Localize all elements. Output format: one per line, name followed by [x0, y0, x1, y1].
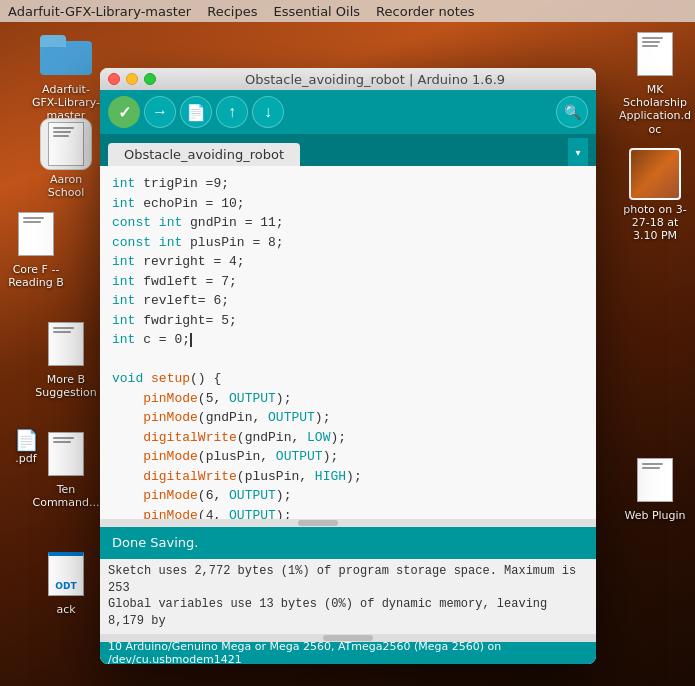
icon-label-photo: photo on 3-27-18 at 3.10 PM	[619, 203, 691, 243]
code-line-1: int trigPin =9;	[112, 174, 584, 194]
icon-label-year-eval: ack	[56, 603, 75, 616]
icon-label-aaron-school: Aaron School	[30, 173, 102, 199]
maximize-button[interactable]	[144, 73, 156, 85]
icon-label-adarfuit: Adarfuit-GFX-Library-master	[30, 83, 102, 123]
code-line-16: digitalWrite(plusPin, HIGH);	[112, 467, 584, 487]
desktop-icon-web-plugin[interactable]: Web Plugin	[619, 454, 691, 522]
code-line-11: void setup() {	[112, 369, 584, 389]
verify-button[interactable]: ✓	[108, 96, 140, 128]
menubar-item-recorder-notes[interactable]: Recorder notes	[376, 4, 474, 19]
code-line-2: int echoPin = 10;	[112, 194, 584, 214]
odt-icon-year-eval: ODT	[40, 548, 92, 600]
new-button[interactable]: 📄	[180, 96, 212, 128]
close-button[interactable]	[108, 73, 120, 85]
desktop-icon-core-f[interactable]: Core F -- Reading B	[0, 208, 72, 289]
desktop-icon-photo[interactable]: photo on 3-27-18 at 3.10 PM	[619, 148, 691, 243]
doc-icon-more-b	[40, 318, 92, 370]
code-line-7: int revleft= 6;	[112, 291, 584, 311]
icon-label-pdf: .pdf	[15, 452, 36, 465]
status-bar: Done Saving.	[100, 527, 596, 559]
code-line-5: int revright = 4;	[112, 252, 584, 272]
icon-label-core-f: Core F -- Reading B	[0, 263, 72, 289]
menubar-item-essential-oils[interactable]: Essential Oils	[273, 4, 360, 19]
code-line-6: int fwdleft = 7;	[112, 272, 584, 292]
desktop-icon-aaron-school[interactable]: Aaron School	[30, 118, 102, 199]
photo-thumbnail	[629, 148, 681, 200]
code-line-8: int fwdright= 5;	[112, 311, 584, 331]
code-line-13: pinMode(gndPin, OUTPUT);	[112, 408, 584, 428]
menubar-item-adarfuit[interactable]: Adarfuit-GFX-Library-master	[8, 4, 191, 19]
code-line-17: pinMode(6, OUTPUT);	[112, 486, 584, 506]
code-editor[interactable]: int trigPin =9; int echoPin = 10; const …	[100, 166, 596, 519]
scrollbar-thumb	[298, 520, 338, 526]
desktop-icon-pdf[interactable]: 📄 .pdf	[0, 428, 62, 465]
tab-dropdown[interactable]: ▾	[568, 138, 588, 166]
bottom-bar-text: 10 Arduino/Genuino Mega or Mega 2560, AT…	[108, 640, 588, 664]
icon-label-mk: MK Scholarship Application.doc	[619, 83, 691, 136]
code-line-18: pinMode(4, OUTPUT);	[112, 506, 584, 519]
menubar-item-recipes[interactable]: Recipes	[207, 4, 257, 19]
doc-icon-web	[629, 454, 681, 506]
desktop-icon-year-eval[interactable]: ODT ack	[30, 548, 102, 616]
doc-icon-aaron-school	[40, 118, 92, 170]
console-line-2: Global variables use 13 bytes (0%) of dy…	[108, 596, 588, 630]
window-title: Obstacle_avoiding_robot | Arduino 1.6.9	[162, 72, 588, 87]
tab-label: Obstacle_avoiding_robot	[124, 147, 284, 162]
right-desktop-icons: MK Scholarship Application.doc photo on …	[619, 28, 691, 523]
open-button[interactable]: ↑	[216, 96, 248, 128]
desktop-icon-mk-scholarship[interactable]: MK Scholarship Application.doc	[619, 28, 691, 136]
save-button[interactable]: ↓	[252, 96, 284, 128]
code-line-15: pinMode(plusPin, OUTPUT);	[112, 447, 584, 467]
bottom-bar: 10 Arduino/Genuino Mega or Mega 2560, AT…	[100, 642, 596, 664]
console-line-1: Sketch uses 2,772 bytes (1%) of program …	[108, 563, 588, 597]
icon-label-web: Web Plugin	[624, 509, 685, 522]
minimize-button[interactable]	[126, 73, 138, 85]
serial-monitor-button[interactable]: 🔍	[556, 96, 588, 128]
photo-icon	[629, 148, 681, 200]
menubar: Adarfuit-GFX-Library-master Recipes Esse…	[0, 0, 695, 22]
console-area: Sketch uses 2,772 bytes (1%) of program …	[100, 559, 596, 634]
desktop-icon-more-b[interactable]: More B Suggestion	[30, 318, 102, 399]
icon-label-more-b: More B Suggestion	[30, 373, 102, 399]
upload-button[interactable]: →	[144, 96, 176, 128]
code-line-12: pinMode(5, OUTPUT);	[112, 389, 584, 409]
status-text: Done Saving.	[112, 535, 198, 550]
menubar-items: Adarfuit-GFX-Library-master Recipes Esse…	[8, 4, 475, 19]
horizontal-scrollbar[interactable]	[100, 519, 596, 527]
code-line-9: int c = 0;	[112, 330, 584, 350]
tab-bar: Obstacle_avoiding_robot ▾	[100, 134, 596, 166]
title-bar: Obstacle_avoiding_robot | Arduino 1.6.9	[100, 68, 596, 90]
code-line-14: digitalWrite(gndPin, LOW);	[112, 428, 584, 448]
arduino-window: Obstacle_avoiding_robot | Arduino 1.6.9 …	[100, 68, 596, 664]
code-line-3: const int gndPin = 11;	[112, 213, 584, 233]
file-tab[interactable]: Obstacle_avoiding_robot	[108, 143, 300, 166]
folder-icon-adarfuit	[40, 28, 92, 80]
code-line-4: const int plusPin = 8;	[112, 233, 584, 253]
desktop-icon-adarfuit[interactable]: Adarfuit-GFX-Library-master	[30, 28, 102, 123]
toolbar: ✓ → 📄 ↑ ↓ 🔍	[100, 90, 596, 134]
doc-icon-core-f	[10, 208, 62, 260]
code-line-10	[112, 350, 584, 370]
icon-label-temp-cmd: Ten Command...	[30, 483, 102, 509]
doc-icon-mk	[629, 28, 681, 80]
